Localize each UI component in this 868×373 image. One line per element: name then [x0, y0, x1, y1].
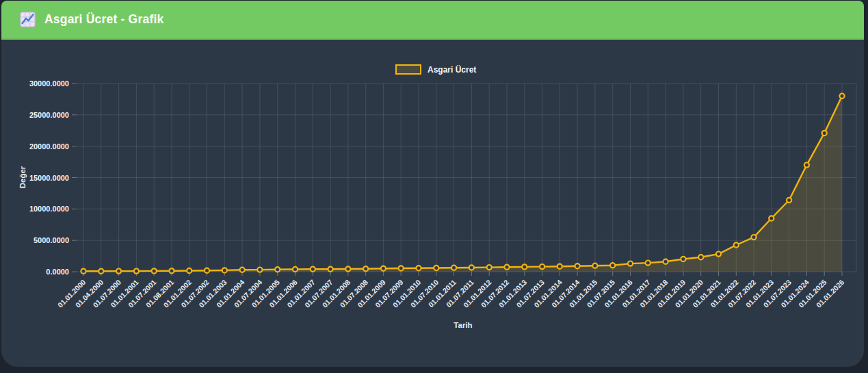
y-tick-label: 20000.0000 — [29, 142, 69, 151]
data-point[interactable] — [434, 266, 438, 270]
y-tick-label: 25000.0000 — [29, 111, 69, 119]
data-point[interactable] — [769, 216, 774, 220]
data-point[interactable] — [399, 266, 404, 270]
data-point[interactable] — [222, 268, 227, 272]
data-point[interactable] — [169, 268, 174, 273]
data-point[interactable] — [363, 266, 368, 271]
series-line — [83, 96, 842, 271]
app-window: Asgari Ücret - Grafik Asgari Ücret Değer… — [0, 0, 868, 373]
data-point[interactable] — [646, 261, 650, 266]
data-point[interactable] — [575, 263, 580, 268]
data-point[interactable] — [487, 265, 492, 270]
data-point[interactable] — [716, 252, 721, 257]
data-point[interactable] — [416, 266, 421, 270]
chart-panel: Asgari Ücret - Grafik Asgari Ücret Değer… — [1, 1, 864, 367]
y-tick-label: 0.0000 — [46, 268, 69, 276]
data-point[interactable] — [134, 269, 139, 274]
data-point[interactable] — [592, 263, 597, 268]
line-chart[interactable]: 0.00005000.000010000.000015000.000020000… — [1, 40, 864, 365]
chart-legend[interactable]: Asgari Ücret — [395, 64, 476, 75]
title-bar: Asgari Ücret - Grafik — [1, 1, 864, 40]
line-chart-icon — [20, 12, 36, 27]
data-point[interactable] — [751, 235, 756, 240]
data-point[interactable] — [804, 163, 809, 168]
y-tick-label: 30000.0000 — [29, 79, 69, 88]
data-point[interactable] — [557, 264, 562, 269]
legend-swatch — [395, 64, 421, 75]
y-tick-label: 5000.0000 — [34, 236, 69, 244]
series-area — [83, 96, 842, 272]
data-point[interactable] — [381, 266, 386, 271]
data-point[interactable] — [451, 266, 456, 270]
y-tick-label: 15000.0000 — [29, 174, 69, 182]
data-point[interactable] — [663, 259, 668, 264]
x-axis-title: Tarih — [453, 321, 472, 329]
data-point[interactable] — [81, 269, 86, 274]
page-title: Asgari Ücret - Grafik — [44, 12, 163, 27]
data-point[interactable] — [698, 255, 703, 259]
data-point[interactable] — [205, 268, 209, 273]
data-point[interactable] — [187, 268, 192, 273]
data-point[interactable] — [345, 266, 350, 271]
data-point[interactable] — [257, 268, 262, 272]
data-point[interactable] — [240, 268, 245, 272]
data-point[interactable] — [469, 265, 474, 270]
data-point[interactable] — [504, 265, 509, 270]
data-point[interactable] — [681, 257, 685, 261]
data-point[interactable] — [275, 267, 280, 272]
data-point[interactable] — [734, 242, 739, 247]
data-point[interactable] — [610, 263, 615, 268]
data-point[interactable] — [787, 198, 791, 203]
data-point[interactable] — [540, 264, 544, 269]
data-point[interactable] — [628, 261, 633, 266]
data-point[interactable] — [328, 267, 333, 272]
data-point[interactable] — [152, 268, 157, 273]
data-point[interactable] — [839, 94, 844, 99]
data-point[interactable] — [293, 267, 298, 272]
data-point[interactable] — [98, 269, 103, 274]
y-tick-label: 10000.0000 — [29, 205, 69, 213]
data-point[interactable] — [311, 267, 315, 272]
data-point[interactable] — [522, 264, 527, 269]
data-point[interactable] — [822, 131, 827, 136]
data-point[interactable] — [116, 269, 121, 274]
legend-label: Asgari Ücret — [428, 65, 476, 75]
chart-area: Asgari Ücret Değer 0.00005000.000010000.… — [1, 40, 864, 365]
